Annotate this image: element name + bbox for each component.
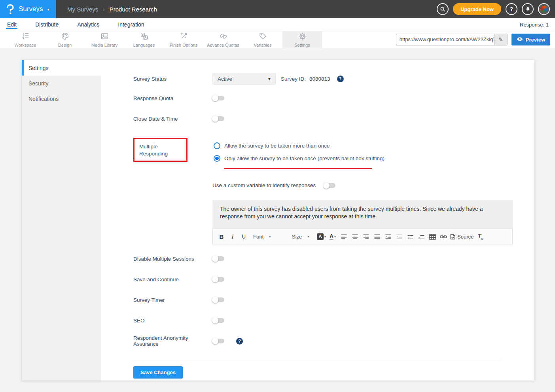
breadcrumb-parent[interactable]: My Surveys [67, 6, 98, 13]
sidebar-item-settings[interactable]: Settings [22, 60, 101, 76]
multiple-responding-options: Allow the survey to be taken more than o… [214, 138, 385, 169]
toolbar-item-label: Advance Quotas [207, 43, 239, 47]
editor-toolbar: B I U Font ▾ Size ▾ A ▾ A ▾ [212, 229, 513, 244]
toggle-knob [212, 297, 218, 303]
save-continue-row: Save and Continue [133, 275, 534, 283]
multiple-responding-section: Multiple Responding Allow the survey to … [133, 138, 534, 169]
save-continue-toggle[interactable] [212, 277, 224, 282]
chevron-down-icon: ▾ [307, 235, 309, 239]
bulleted-list-button[interactable] [406, 232, 415, 241]
toolbar-item-settings[interactable]: Settings [282, 31, 322, 48]
response-quota-row: Response Quota [133, 94, 534, 102]
toolbar-item-finish-options[interactable]: Finish Options [164, 31, 203, 48]
numbered-list-button[interactable]: 12 [417, 232, 426, 241]
close-date-toggle[interactable] [212, 116, 224, 121]
anonymity-toggle[interactable] [212, 339, 224, 343]
radio-option-multiple-allowed[interactable]: Allow the survey to be taken more than o… [214, 142, 385, 149]
survey-id-help-icon[interactable]: ? [337, 76, 344, 82]
increase-indent-button[interactable] [384, 232, 392, 241]
remove-format-button[interactable]: Tx [476, 232, 485, 241]
radio-checked-icon[interactable] [214, 155, 220, 162]
search-icon[interactable] [437, 3, 449, 15]
save-changes-button[interactable]: Save Changes [133, 366, 183, 379]
tab-integration[interactable]: Integration [117, 18, 145, 31]
source-button[interactable]: Source [450, 232, 474, 241]
anonymity-label: Respondent Anonymity Assurance [133, 335, 212, 347]
size-dropdown[interactable]: Size ▾ [292, 234, 313, 240]
sidebar-item-security[interactable]: Security [22, 76, 101, 91]
avatar-image [540, 5, 549, 13]
brand-block[interactable]: Surveys ▾ [0, 0, 56, 18]
custom-variable-row: Use a custom variable to identify respon… [212, 182, 534, 188]
tab-distribute[interactable]: Distribute [34, 18, 59, 31]
preview-button[interactable]: Preview [511, 34, 550, 45]
align-justify-button[interactable] [373, 232, 381, 241]
seo-toggle[interactable] [212, 318, 224, 323]
close-date-row: Close Date & Time [133, 115, 534, 123]
text-color-button[interactable]: A ▾ [328, 232, 337, 241]
toggle-knob [323, 182, 330, 189]
edit-url-pencil-icon[interactable]: ✎ [494, 34, 507, 45]
upgrade-now-button[interactable]: Upgrade Now [453, 3, 501, 15]
response-quota-toggle[interactable] [212, 96, 224, 100]
anonymity-help-icon[interactable]: ? [236, 338, 243, 345]
insert-link-icon[interactable] [439, 232, 448, 241]
toolbar-item-label: Media Library [91, 43, 118, 47]
content-divider [133, 360, 502, 360]
survey-url-field[interactable]: https://www.questionpro.com/t/AW22ZklqY … [396, 34, 508, 45]
align-center-button[interactable] [350, 232, 359, 241]
toolbar-item-workspace[interactable]: Workspace [6, 31, 45, 48]
chevron-down-icon: ▼ [267, 77, 271, 81]
custom-variable-toggle[interactable] [324, 183, 335, 188]
align-right-button[interactable] [362, 232, 370, 241]
background-color-button[interactable]: A ▾ [317, 232, 326, 241]
help-icon[interactable]: ? [506, 3, 517, 15]
toolbar-item-media-library[interactable]: Media Library [85, 31, 124, 48]
response-count[interactable]: Response: 1 [520, 22, 549, 28]
settings-panel: Settings Security Notifications Survey S… [22, 60, 534, 381]
multiple-responding-label: Multiple Responding [139, 144, 168, 157]
notifications-bell-icon[interactable] [522, 3, 534, 15]
radio-option-label: Only allow the survey to be taken once (… [224, 155, 385, 161]
survey-status-select[interactable]: Active ▼ [212, 73, 276, 85]
underline-button[interactable]: U [239, 232, 248, 241]
radio-option-once-only[interactable]: Only allow the survey to be taken once (… [214, 155, 385, 162]
toolbar-item-label: Languages [133, 43, 155, 47]
disable-sessions-row: Disable Multiple Sessions [133, 255, 534, 263]
user-avatar[interactable] [538, 3, 550, 15]
insert-table-button[interactable] [428, 232, 437, 241]
survey-timer-toggle[interactable] [212, 297, 224, 302]
toolbar-item-variables[interactable]: Variables [243, 31, 282, 48]
background-color-icon: A [317, 233, 324, 240]
radio-unchecked-icon[interactable] [214, 142, 220, 149]
product-name: Surveys [19, 5, 43, 13]
preview-label: Preview [526, 37, 545, 43]
survey-status-row: Survey Status Active ▼ Survey ID: 808081… [133, 73, 534, 85]
toolbar-item-languages[interactable]: Languages [124, 31, 164, 48]
italic-button[interactable]: I [228, 232, 237, 241]
seo-row: SEO [133, 316, 534, 324]
disable-sessions-toggle[interactable] [212, 256, 224, 261]
font-dropdown[interactable]: Font ▾ [253, 234, 286, 240]
tab-analytics[interactable]: Analytics [76, 18, 100, 31]
decrease-indent-button[interactable] [395, 232, 403, 241]
survey-url-value[interactable]: https://www.questionpro.com/t/AW22ZklqY [396, 34, 494, 45]
tab-edit[interactable]: Edit [6, 18, 17, 31]
bold-button[interactable]: B [217, 232, 226, 241]
toolbar-item-advance-quotas[interactable]: Advance Quotas [203, 31, 243, 48]
toolbar-item-label: Workspace [15, 43, 36, 47]
survey-status-label: Survey Status [133, 76, 212, 82]
align-left-button[interactable] [339, 232, 348, 241]
eye-icon [517, 37, 523, 43]
toggle-knob [212, 338, 218, 344]
breadcrumb: My Surveys › Product Research [67, 0, 157, 18]
breadcrumb-separator-icon: › [103, 6, 104, 12]
sidebar-item-notifications[interactable]: Notifications [22, 91, 101, 106]
toolbar-item-label: Variables [254, 43, 271, 47]
product-dropdown-caret-icon: ▾ [47, 7, 49, 11]
save-continue-label: Save and Continue [133, 276, 212, 282]
questionpro-logo-icon [6, 4, 15, 15]
editor-message-area[interactable]: The owner of this survey has disabled us… [212, 200, 513, 229]
toolbar-item-design[interactable]: Design [45, 31, 85, 48]
toggle-knob [212, 317, 218, 324]
